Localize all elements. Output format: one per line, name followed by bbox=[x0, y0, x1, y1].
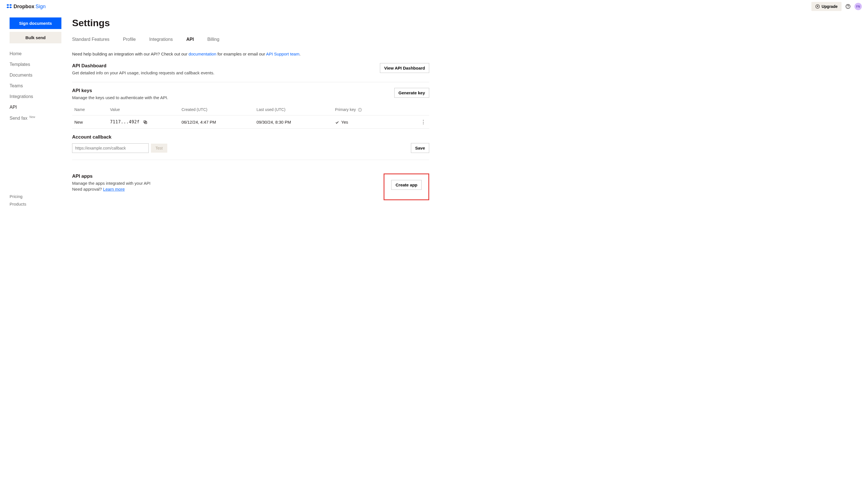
tab-profile[interactable]: Profile bbox=[123, 37, 136, 42]
account-callback-title: Account callback bbox=[72, 134, 429, 140]
sidebar-item-api[interactable]: API bbox=[9, 105, 61, 110]
table-row: New 7117...492f 06/12/24, 4:47 PM 09/30/… bbox=[72, 116, 429, 129]
learn-more-link[interactable]: Learn more bbox=[103, 187, 125, 192]
brand-dropbox: Dropbox bbox=[13, 4, 34, 9]
api-keys-desc: Manage the keys used to authenticate wit… bbox=[72, 95, 168, 100]
key-created: 06/12/24, 4:47 PM bbox=[179, 116, 254, 129]
bulk-send-button[interactable]: Bulk send bbox=[9, 32, 61, 43]
upgrade-icon bbox=[815, 4, 820, 9]
copy-icon[interactable] bbox=[143, 120, 148, 125]
key-last-used: 09/30/24, 8:30 PM bbox=[254, 116, 333, 129]
sidebar-item-integrations[interactable]: Integrations bbox=[9, 94, 61, 99]
settings-tabs: Standard Features Profile Integrations A… bbox=[72, 37, 429, 42]
key-value-cell: 7117...492f bbox=[108, 116, 179, 129]
sidebar-item-teams[interactable]: Teams bbox=[9, 83, 61, 89]
sidebar-item-templates[interactable]: Templates bbox=[9, 62, 61, 67]
sidebar-item-home[interactable]: Home bbox=[9, 51, 61, 56]
generate-key-button[interactable]: Generate key bbox=[394, 88, 429, 98]
key-name: New bbox=[72, 116, 108, 129]
page-title: Settings bbox=[72, 18, 429, 28]
col-created: Created (UTC) bbox=[179, 104, 254, 116]
upgrade-button[interactable]: Upgrade bbox=[811, 2, 841, 11]
callback-url-input[interactable] bbox=[72, 143, 149, 153]
view-api-dashboard-button[interactable]: View API Dashboard bbox=[380, 63, 429, 73]
new-badge: New bbox=[30, 116, 35, 119]
create-app-button[interactable]: Create app bbox=[391, 180, 422, 190]
key-primary: Yes bbox=[333, 116, 404, 129]
avatar[interactable]: FN bbox=[855, 3, 862, 10]
api-keys-title: API keys bbox=[72, 88, 168, 94]
sidebar-item-documents[interactable]: Documents bbox=[9, 73, 61, 78]
test-callback-button[interactable]: Test bbox=[151, 143, 167, 153]
dropbox-logo-icon bbox=[6, 3, 12, 9]
tab-api[interactable]: API bbox=[186, 37, 194, 42]
col-last-used: Last used (UTC) bbox=[254, 104, 333, 116]
upgrade-label: Upgrade bbox=[822, 4, 838, 9]
info-icon[interactable] bbox=[358, 108, 362, 112]
brand-logo[interactable]: Dropbox Sign bbox=[6, 3, 45, 9]
col-name: Name bbox=[72, 104, 108, 116]
footer-products[interactable]: Products bbox=[9, 202, 61, 206]
check-icon bbox=[335, 121, 339, 125]
api-apps-approval: Need approval? Learn more bbox=[72, 187, 151, 192]
footer-pricing[interactable]: Pricing bbox=[9, 194, 61, 199]
sidebar-item-label: Send fax bbox=[9, 116, 27, 121]
col-value: Value bbox=[108, 104, 179, 116]
tab-standard-features[interactable]: Standard Features bbox=[72, 37, 110, 42]
api-support-link[interactable]: API Support team bbox=[266, 52, 299, 56]
help-icon[interactable] bbox=[845, 4, 850, 9]
tab-billing[interactable]: Billing bbox=[207, 37, 219, 42]
sign-documents-button[interactable]: Sign documents bbox=[9, 18, 61, 29]
create-app-highlight: Create app bbox=[383, 173, 429, 200]
brand-sign: Sign bbox=[35, 4, 45, 9]
avatar-initials: FN bbox=[856, 5, 860, 8]
tab-integrations[interactable]: Integrations bbox=[149, 37, 173, 42]
api-keys-table: Name Value Created (UTC) Last used (UTC)… bbox=[72, 104, 429, 129]
api-apps-desc: Manage the apps integrated with your API bbox=[72, 181, 151, 186]
documentation-link[interactable]: documentation bbox=[189, 52, 216, 56]
api-apps-title: API apps bbox=[72, 173, 151, 179]
api-dashboard-desc: Get detailed info on your API usage, inc… bbox=[72, 70, 214, 75]
help-text: Need help building an integration with o… bbox=[72, 52, 429, 56]
api-dashboard-title: API Dashboard bbox=[72, 63, 214, 69]
key-value: 7117...492f bbox=[110, 119, 140, 125]
sidebar-item-send-fax[interactable]: Send fax New bbox=[9, 116, 61, 121]
save-callback-button[interactable]: Save bbox=[411, 143, 429, 153]
col-primary: Primary key bbox=[333, 104, 404, 116]
kebab-menu-icon[interactable]: ⋮ bbox=[420, 118, 427, 126]
